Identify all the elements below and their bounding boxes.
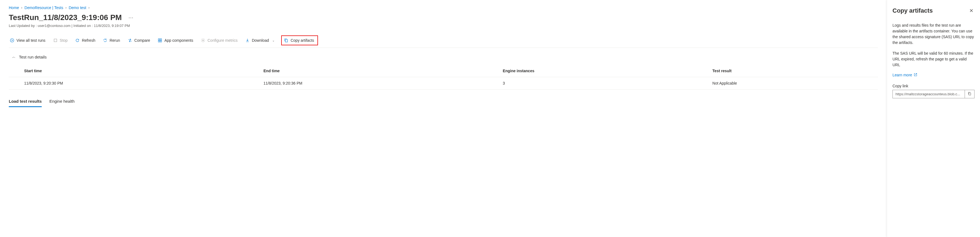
cell-test-result: Not Applicable xyxy=(697,77,878,90)
more-options-button[interactable]: ⋯ xyxy=(126,13,135,22)
table-row: 11/8/2023, 9:20:30 PM 11/8/2023, 9:20:36… xyxy=(9,77,878,90)
chevron-right-icon: › xyxy=(88,6,89,10)
close-panel-button[interactable]: ✕ xyxy=(968,6,975,15)
details-header-label: Test run details xyxy=(19,54,47,59)
page-title: TestRun_11/8/2023_9:19:06 PM xyxy=(9,13,122,22)
toolbar-label: View all test runs xyxy=(16,38,46,43)
toolbar-label: Stop xyxy=(60,38,68,43)
chevron-down-icon: ⌄ xyxy=(272,39,275,42)
chevron-right-icon: › xyxy=(21,6,22,10)
toolbar-label: Compare xyxy=(134,38,150,43)
grid-icon xyxy=(158,38,162,43)
svg-rect-2 xyxy=(158,39,160,40)
refresh-button[interactable]: Refresh xyxy=(74,37,96,44)
breadcrumb-resource[interactable]: DemoResource | Tests xyxy=(24,5,63,10)
page-subtitle: Last Updated by : user1@contoso.com | In… xyxy=(9,24,878,28)
copy-artifacts-button[interactable]: Copy artifacts xyxy=(281,35,318,45)
copy-icon xyxy=(968,92,972,96)
svg-rect-4 xyxy=(158,41,160,42)
copy-link-button[interactable] xyxy=(965,90,975,98)
cell-end-time: 11/8/2023, 9:20:36 PM xyxy=(248,77,487,90)
toolbar-label: App components xyxy=(164,38,193,43)
arrow-right-circle-icon xyxy=(10,38,14,43)
svg-rect-5 xyxy=(160,41,162,42)
col-engine-instances: Engine instances xyxy=(488,65,697,77)
download-icon xyxy=(245,38,250,43)
col-start-time: Start time xyxy=(9,65,248,77)
compare-icon xyxy=(128,38,132,43)
copy-link-label: Copy link xyxy=(892,84,975,88)
chevron-up-icon: ︿ xyxy=(12,54,16,59)
learn-more-link[interactable]: Learn more xyxy=(892,73,917,77)
tabs: Load test results Engine health xyxy=(9,96,878,107)
tab-load-test-results[interactable]: Load test results xyxy=(9,96,42,107)
svg-point-0 xyxy=(10,39,14,42)
rerun-button[interactable]: Rerun xyxy=(102,37,121,44)
toolbar-label: Refresh xyxy=(82,38,95,43)
col-end-time: End time xyxy=(248,65,487,77)
cell-engine-instances: 3 xyxy=(488,77,697,90)
copy-artifacts-panel: Copy artifacts ✕ Logs and results files … xyxy=(887,0,980,113)
gear-icon xyxy=(201,38,205,43)
download-button[interactable]: Download ⌄ xyxy=(244,37,276,44)
configure-metrics-button: Configure metrics xyxy=(200,37,239,44)
table-header-row: Start time End time Engine instances Tes… xyxy=(9,65,878,77)
cell-start-time: 11/8/2023, 9:20:30 PM xyxy=(9,77,248,90)
panel-description-2: The SAS URL will be valid for 60 minutes… xyxy=(892,51,975,68)
panel-description-1: Logs and results files for the test run … xyxy=(892,22,975,46)
chevron-right-icon: › xyxy=(65,6,67,10)
stop-button: Stop xyxy=(52,37,69,44)
toolbar-label: Rerun xyxy=(110,38,120,43)
copy-link-input[interactable] xyxy=(892,90,965,98)
toolbar-label: Configure metrics xyxy=(207,38,238,43)
close-icon: ✕ xyxy=(969,8,974,13)
toolbar: View all test runs Stop Refresh Rerun Co xyxy=(9,33,878,48)
learn-more-label: Learn more xyxy=(892,73,912,77)
svg-rect-3 xyxy=(160,39,162,40)
stop-icon xyxy=(53,38,57,43)
breadcrumb-home[interactable]: Home xyxy=(9,5,19,10)
tab-engine-health[interactable]: Engine health xyxy=(49,96,75,107)
breadcrumb-test[interactable]: Demo test xyxy=(68,5,86,10)
col-test-result: Test result xyxy=(697,65,878,77)
toolbar-label: Copy artifacts xyxy=(291,38,314,43)
breadcrumb: Home › DemoResource | Tests › Demo test … xyxy=(9,5,878,10)
svg-rect-1 xyxy=(54,39,57,42)
svg-rect-7 xyxy=(285,40,288,42)
panel-title: Copy artifacts xyxy=(892,7,933,14)
rerun-icon xyxy=(103,38,107,43)
test-run-details-toggle[interactable]: ︿ Test run details xyxy=(12,52,878,61)
compare-button[interactable]: Compare xyxy=(127,37,151,44)
view-all-test-runs-button[interactable]: View all test runs xyxy=(9,37,47,44)
app-components-button[interactable]: App components xyxy=(157,37,194,44)
copy-icon xyxy=(284,38,288,43)
details-table: Start time End time Engine instances Tes… xyxy=(9,65,878,90)
svg-point-6 xyxy=(202,40,204,41)
refresh-icon xyxy=(75,38,80,43)
toolbar-label: Download xyxy=(252,38,269,43)
svg-rect-8 xyxy=(969,93,970,95)
external-link-icon xyxy=(914,73,917,77)
